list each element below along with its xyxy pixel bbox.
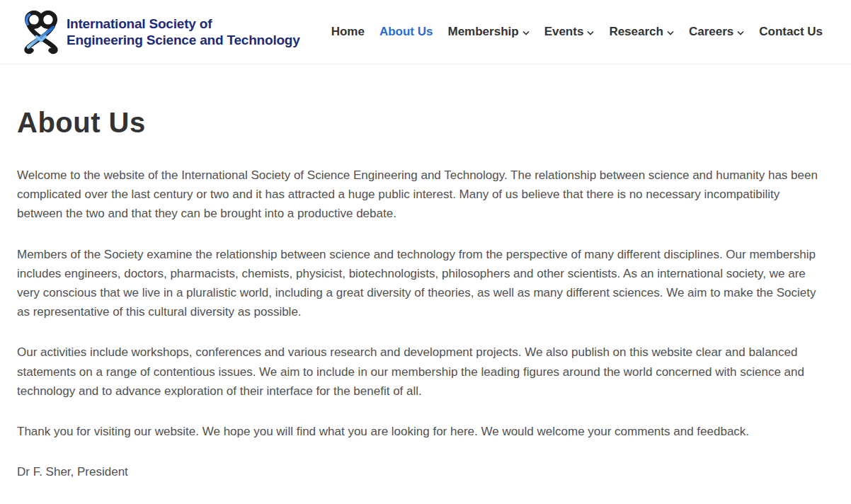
logo-icon <box>21 7 61 57</box>
about-paragraph-4: Thank you for visiting our website. We h… <box>17 422 823 441</box>
chevron-down-icon <box>522 30 530 35</box>
nav-item-events[interactable]: Events <box>544 25 595 39</box>
nav-item-research[interactable]: Research <box>609 25 674 39</box>
nav-item-membership[interactable]: Membership <box>447 25 529 39</box>
chevron-down-icon <box>737 30 744 35</box>
nav-item-label: Careers <box>689 25 733 39</box>
main-content: About Us Welcome to the website of the I… <box>0 64 851 481</box>
main-nav: Home About Us Membership Events Research <box>331 25 823 39</box>
signature: Dr F. Sher, President <box>17 462 823 481</box>
chevron-down-icon <box>587 30 594 35</box>
about-text: Welcome to the website of the Internatio… <box>17 166 834 481</box>
nav-item-label: Events <box>544 25 584 39</box>
nav-item-about-us[interactable]: About Us <box>379 25 433 39</box>
logo-text: International Society of Engineering Sci… <box>67 16 300 48</box>
nav-item-label: Membership <box>447 25 518 39</box>
logo-text-line2: Engineering Science and Technology <box>67 32 300 48</box>
about-paragraph-3: Our activities include workshops, confer… <box>17 343 823 401</box>
nav-item-careers[interactable]: Careers <box>689 25 744 39</box>
nav-item-contact-us[interactable]: Contact Us <box>759 25 823 39</box>
page: International Society of Engineering Sci… <box>0 0 851 504</box>
chevron-down-icon <box>667 30 674 35</box>
about-paragraph-2: Members of the Society examine the relat… <box>17 245 823 322</box>
nav-item-home[interactable]: Home <box>331 25 365 39</box>
site-header: International Society of Engineering Sci… <box>0 0 851 64</box>
nav-item-label: Research <box>609 25 663 39</box>
logo-text-line1: International Society of <box>67 16 300 32</box>
about-paragraph-1: Welcome to the website of the Internatio… <box>17 166 823 224</box>
page-title: About Us <box>17 107 834 139</box>
logo[interactable]: International Society of Engineering Sci… <box>21 7 300 57</box>
